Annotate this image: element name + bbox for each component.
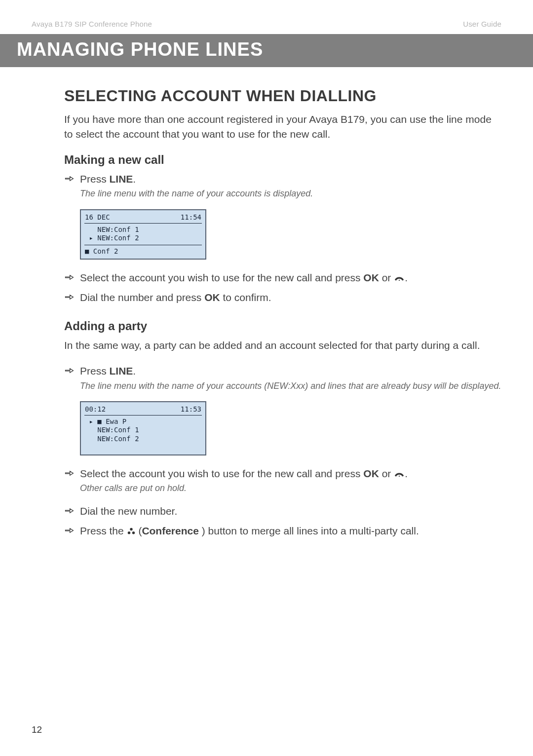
lcd-time: 11:53 xyxy=(181,405,201,413)
text-fragment: Press the xyxy=(80,525,127,536)
lcd-line: ▸ ■ Ewa P xyxy=(85,417,201,426)
key-name: OK xyxy=(363,468,379,479)
section-band: MANAGING PHONE LINES xyxy=(0,34,533,67)
text-fragment: to confirm. xyxy=(220,292,271,303)
text-fragment: or xyxy=(379,272,394,283)
step-press-line-2: Press LINE. The line menu with the name … xyxy=(64,364,501,397)
text-fragment: . xyxy=(133,173,136,185)
text-fragment: . xyxy=(133,365,136,377)
phone-lcd-1: 16 DEC 11:54 NEW:Conf 1 ▸ NEW:Conf 2 ■ C… xyxy=(80,209,206,260)
doc-header: Avaya B179 SIP Conference Phone User Gui… xyxy=(0,0,533,34)
action-arrow-icon xyxy=(64,364,80,379)
key-name: Conference xyxy=(142,525,199,536)
section-intro: If you have more than one account regist… xyxy=(64,112,501,142)
action-arrow-icon xyxy=(64,270,80,286)
action-arrow-icon xyxy=(64,172,80,188)
lcd-line: NEW:Conf 1 xyxy=(85,226,201,234)
svg-point-0 xyxy=(399,280,400,281)
subheading-adding-party: Adding a party xyxy=(64,319,501,333)
lcd-date: 16 DEC xyxy=(85,213,110,221)
lcd-line: NEW:Conf 2 xyxy=(85,435,201,444)
action-arrow-icon xyxy=(64,466,80,482)
text-fragment: . xyxy=(405,468,408,479)
lcd-duration: 00:12 xyxy=(85,405,106,413)
action-arrow-icon xyxy=(64,524,80,539)
svg-point-3 xyxy=(127,531,130,534)
text-fragment: Press xyxy=(80,173,110,185)
text-fragment: Select the account you wish to use for t… xyxy=(80,272,363,283)
key-name: OK xyxy=(363,272,379,283)
lcd-time: 11:54 xyxy=(181,213,201,221)
lcd-top-row: 16 DEC 11:54 xyxy=(85,213,201,221)
doc-title-right: User Guide xyxy=(463,20,501,28)
step-text: Select the account you wish to use for t… xyxy=(80,270,501,285)
lcd-line: ▸ NEW:Conf 2 xyxy=(85,234,201,243)
subheading-making-call: Making a new call xyxy=(64,153,501,167)
lcd-divider xyxy=(84,223,202,224)
action-arrow-icon xyxy=(64,504,80,520)
lcd-divider xyxy=(84,245,202,245)
lcd-divider xyxy=(84,415,202,416)
phone-lcd-2: 00:12 11:53 ▸ ■ Ewa P NEW:Conf 1 NEW:Con… xyxy=(80,401,206,455)
step-note: The line menu with the name of your acco… xyxy=(80,380,501,392)
page-number: 12 xyxy=(32,724,42,735)
step-text: Press LINE. The line menu with the name … xyxy=(80,172,501,205)
key-name: LINE xyxy=(110,365,133,377)
section-heading: SELECTING ACCOUNT WHEN DIALLING xyxy=(64,87,501,105)
offhook-icon xyxy=(394,271,405,278)
step-press-conference: Press the (Conference ) button to merge … xyxy=(64,524,501,539)
doc-title-left: Avaya B179 SIP Conference Phone xyxy=(32,20,152,28)
step-text: Select the account you wish to use for t… xyxy=(80,466,501,500)
svg-point-4 xyxy=(132,531,134,534)
text-fragment: Dial the number and press xyxy=(80,292,204,303)
page-content: SELECTING ACCOUNT WHEN DIALLING If you h… xyxy=(0,67,533,539)
text-fragment: Select the account you wish to use for t… xyxy=(80,468,363,479)
step-text: Press the (Conference ) button to merge … xyxy=(80,524,501,538)
text-fragment: Press xyxy=(80,365,110,377)
text-fragment: ) button to merge all lines into a multi… xyxy=(199,525,419,536)
step-dial-confirm: Dial the number and press OK to confirm. xyxy=(64,290,501,306)
text-fragment: ( xyxy=(136,525,142,536)
conference-icon xyxy=(127,525,136,534)
key-name: OK xyxy=(204,292,220,303)
step-text: Press LINE. The line menu with the name … xyxy=(80,364,501,397)
step-note: Other calls are put on hold. xyxy=(80,482,501,494)
text-fragment: . xyxy=(405,272,408,283)
lcd-line: NEW:Conf 1 xyxy=(85,426,201,435)
lcd-top-row: 00:12 11:53 xyxy=(85,405,201,413)
lcd-footer: ■ Conf 2 xyxy=(85,247,201,256)
step-select-account-1: Select the account you wish to use for t… xyxy=(64,270,501,286)
action-arrow-icon xyxy=(64,290,80,306)
step-note: The line menu with the name of your acco… xyxy=(80,188,501,200)
offhook-icon xyxy=(394,467,405,474)
svg-point-1 xyxy=(399,476,400,477)
key-name: LINE xyxy=(110,173,133,185)
step-press-line-1: Press LINE. The line menu with the name … xyxy=(64,172,501,205)
step-dial-new-number: Dial the new number. xyxy=(64,504,501,520)
step-select-account-2: Select the account you wish to use for t… xyxy=(64,466,501,500)
step-text: Dial the new number. xyxy=(80,504,501,519)
adding-intro: In the same way, a party can be added an… xyxy=(64,338,501,353)
svg-point-2 xyxy=(130,528,132,530)
text-fragment: or xyxy=(379,468,394,479)
step-text: Dial the number and press OK to confirm. xyxy=(80,290,501,305)
